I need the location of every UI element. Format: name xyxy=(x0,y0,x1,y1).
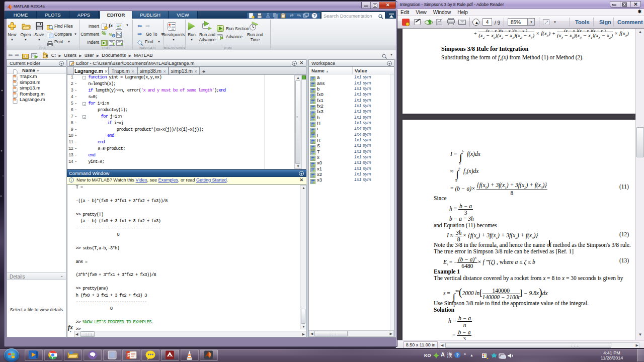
svg-text:?: ? xyxy=(313,13,316,18)
svg-text:%: % xyxy=(109,32,113,37)
svg-text:%: % xyxy=(117,33,120,36)
svg-text:x: x xyxy=(113,34,115,38)
